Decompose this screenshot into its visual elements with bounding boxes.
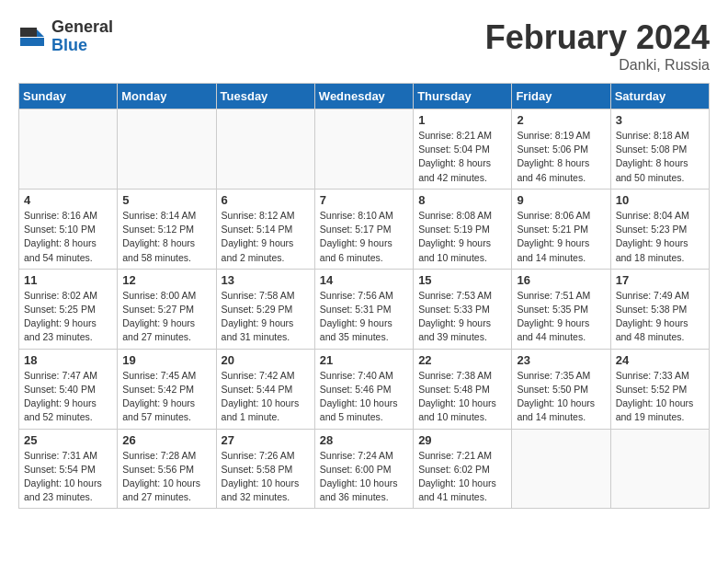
day-number: 7 [320,193,408,207]
calendar-cell: 1Sunrise: 8:21 AM Sunset: 5:04 PM Daylig… [414,109,512,190]
day-number: 28 [320,433,408,447]
day-info: Sunrise: 8:21 AM Sunset: 5:04 PM Dayligh… [418,129,506,185]
calendar-cell [216,109,314,190]
weekday-header-tuesday: Tuesday [216,84,314,109]
calendar-cell: 4Sunrise: 8:16 AM Sunset: 5:10 PM Daylig… [19,189,118,269]
calendar-cell: 8Sunrise: 8:08 AM Sunset: 5:19 PM Daylig… [414,189,512,269]
day-info: Sunrise: 7:53 AM Sunset: 5:33 PM Dayligh… [418,289,506,345]
logo-general-text: General [51,18,113,37]
calendar-cell: 27Sunrise: 7:26 AM Sunset: 5:58 PM Dayli… [216,429,314,509]
day-number: 13 [222,273,310,287]
calendar-cell: 21Sunrise: 7:40 AM Sunset: 5:46 PM Dayli… [314,349,413,429]
week-row-3: 11Sunrise: 8:02 AM Sunset: 5:25 PM Dayli… [19,269,710,349]
day-number: 16 [517,273,605,287]
day-info: Sunrise: 7:26 AM Sunset: 5:58 PM Dayligh… [222,449,310,505]
calendar-cell: 3Sunrise: 8:18 AM Sunset: 5:08 PM Daylig… [610,109,709,190]
calendar-cell: 5Sunrise: 8:14 AM Sunset: 5:12 PM Daylig… [118,189,216,269]
day-number: 25 [24,433,112,447]
day-number: 1 [418,113,506,127]
day-info: Sunrise: 7:35 AM Sunset: 5:50 PM Dayligh… [517,369,605,425]
day-info: Sunrise: 7:51 AM Sunset: 5:35 PM Dayligh… [517,289,605,345]
calendar-cell: 23Sunrise: 7:35 AM Sunset: 5:50 PM Dayli… [512,349,610,429]
day-number: 5 [122,193,210,207]
calendar-cell: 25Sunrise: 7:31 AM Sunset: 5:54 PM Dayli… [19,429,118,509]
calendar-cell: 2Sunrise: 8:19 AM Sunset: 5:06 PM Daylig… [512,109,610,190]
day-number: 24 [616,353,704,367]
calendar-cell: 18Sunrise: 7:47 AM Sunset: 5:40 PM Dayli… [19,349,118,429]
day-number: 9 [517,193,605,207]
week-row-5: 25Sunrise: 7:31 AM Sunset: 5:54 PM Dayli… [19,429,710,509]
day-number: 4 [24,193,112,207]
calendar-cell: 6Sunrise: 8:12 AM Sunset: 5:14 PM Daylig… [216,189,314,269]
day-info: Sunrise: 8:18 AM Sunset: 5:08 PM Dayligh… [616,129,704,185]
week-row-1: 1Sunrise: 8:21 AM Sunset: 5:04 PM Daylig… [19,109,710,190]
day-number: 6 [222,193,310,207]
calendar-cell: 20Sunrise: 7:42 AM Sunset: 5:44 PM Dayli… [216,349,314,429]
day-number: 3 [616,113,704,127]
calendar-cell: 28Sunrise: 7:24 AM Sunset: 6:00 PM Dayli… [314,429,413,509]
calendar-cell: 15Sunrise: 7:53 AM Sunset: 5:33 PM Dayli… [414,269,512,349]
day-info: Sunrise: 8:19 AM Sunset: 5:06 PM Dayligh… [517,129,605,185]
day-info: Sunrise: 7:42 AM Sunset: 5:44 PM Dayligh… [222,369,310,425]
month-title: February 2024 [485,18,710,57]
calendar-cell [610,429,709,509]
calendar-cell: 13Sunrise: 7:58 AM Sunset: 5:29 PM Dayli… [216,269,314,349]
location-title: Danki, Russia [485,57,710,74]
calendar-cell: 14Sunrise: 7:56 AM Sunset: 5:31 PM Dayli… [314,269,413,349]
weekday-header-saturday: Saturday [610,84,709,109]
calendar-cell [314,109,413,190]
day-number: 18 [24,353,112,367]
calendar-cell: 17Sunrise: 7:49 AM Sunset: 5:38 PM Dayli… [610,269,709,349]
day-number: 17 [616,273,704,287]
day-info: Sunrise: 8:06 AM Sunset: 5:21 PM Dayligh… [517,209,605,265]
day-info: Sunrise: 8:16 AM Sunset: 5:10 PM Dayligh… [24,209,112,265]
weekday-header-wednesday: Wednesday [314,84,413,109]
day-info: Sunrise: 7:38 AM Sunset: 5:48 PM Dayligh… [418,369,506,425]
day-info: Sunrise: 7:28 AM Sunset: 5:56 PM Dayligh… [122,449,210,505]
calendar-cell [118,109,216,190]
day-number: 23 [517,353,605,367]
week-row-2: 4Sunrise: 8:16 AM Sunset: 5:10 PM Daylig… [19,189,710,269]
day-number: 11 [24,273,112,287]
day-info: Sunrise: 7:24 AM Sunset: 6:00 PM Dayligh… [320,449,408,505]
day-number: 27 [222,433,310,447]
day-info: Sunrise: 8:02 AM Sunset: 5:25 PM Dayligh… [24,289,112,345]
calendar-cell: 11Sunrise: 8:02 AM Sunset: 5:25 PM Dayli… [19,269,118,349]
svg-rect-3 [20,38,44,46]
week-row-4: 18Sunrise: 7:47 AM Sunset: 5:40 PM Dayli… [19,349,710,429]
day-number: 26 [122,433,210,447]
day-info: Sunrise: 8:12 AM Sunset: 5:14 PM Dayligh… [222,209,310,265]
day-number: 29 [418,433,506,447]
day-info: Sunrise: 7:33 AM Sunset: 5:52 PM Dayligh… [616,369,704,425]
day-info: Sunrise: 7:49 AM Sunset: 5:38 PM Dayligh… [616,289,704,345]
day-number: 19 [122,353,210,367]
weekday-header-sunday: Sunday [19,84,118,109]
day-number: 14 [320,273,408,287]
calendar-cell: 10Sunrise: 8:04 AM Sunset: 5:23 PM Dayli… [610,189,709,269]
day-number: 20 [222,353,310,367]
day-number: 22 [418,353,506,367]
calendar-table: SundayMondayTuesdayWednesdayThursdayFrid… [18,83,710,509]
calendar-cell: 19Sunrise: 7:45 AM Sunset: 5:42 PM Dayli… [118,349,216,429]
day-number: 12 [122,273,210,287]
day-number: 10 [616,193,704,207]
calendar-cell [19,109,118,190]
logo-text: General Blue [51,18,113,55]
day-number: 21 [320,353,408,367]
day-info: Sunrise: 8:00 AM Sunset: 5:27 PM Dayligh… [122,289,210,345]
logo-blue-text: Blue [51,37,113,55]
day-number: 2 [517,113,605,127]
svg-rect-2 [20,28,37,37]
day-info: Sunrise: 7:47 AM Sunset: 5:40 PM Dayligh… [24,369,112,425]
weekday-header-monday: Monday [118,84,216,109]
calendar-cell: 7Sunrise: 8:10 AM Sunset: 5:17 PM Daylig… [314,189,413,269]
day-number: 8 [418,193,506,207]
calendar-cell [512,429,610,509]
day-info: Sunrise: 8:04 AM Sunset: 5:23 PM Dayligh… [616,209,704,265]
logo: General Blue [18,18,113,55]
weekday-header-friday: Friday [512,84,610,109]
day-number: 15 [418,273,506,287]
calendar-cell: 16Sunrise: 7:51 AM Sunset: 5:35 PM Dayli… [512,269,610,349]
calendar-cell: 22Sunrise: 7:38 AM Sunset: 5:48 PM Dayli… [414,349,512,429]
day-info: Sunrise: 7:45 AM Sunset: 5:42 PM Dayligh… [122,369,210,425]
